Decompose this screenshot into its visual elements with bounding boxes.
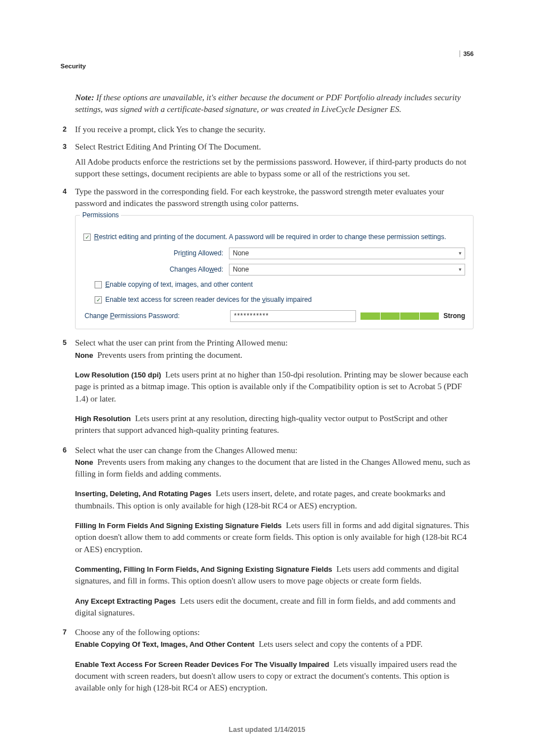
password-strength-label: Strong — [443, 311, 465, 321]
definition-term: Filling In Form Fields And Signing Exist… — [75, 521, 282, 530]
step-4: 4 Type the password in the corresponding… — [75, 186, 474, 210]
step-subtext: All Adobe products enforce the restricti… — [75, 156, 474, 180]
note-text: If these options are unavailable, it's e… — [75, 93, 461, 114]
definition-term: High Resolution — [75, 414, 131, 423]
page-footer: Last updated 1/14/2015 — [0, 726, 534, 734]
changes-allowed-select[interactable]: None ▼ — [229, 264, 465, 276]
note-label: Note: — [75, 93, 94, 102]
step-6: 6 Select what the user can change from t… — [75, 445, 474, 619]
step-text: Type the password in the corresponding f… — [75, 186, 474, 210]
change-password-label: Change Permissions Password: — [83, 311, 230, 321]
definition-term: Any Except Extracting Pages — [75, 597, 176, 605]
password-strength-meter — [360, 312, 439, 320]
enable-copy-label: Enable copying of text, images, and othe… — [105, 280, 253, 290]
strength-segment — [360, 312, 380, 320]
chevron-down-icon: ▼ — [458, 250, 462, 256]
step-number: 3 — [63, 142, 67, 152]
page-number: 356 — [460, 50, 474, 57]
step-text: Select Restrict Editing And Printing Of … — [75, 141, 474, 153]
enable-access-checkbox[interactable]: ✓ — [95, 296, 102, 304]
note-block: Note: If these options are unavailable, … — [75, 92, 474, 116]
step-number: 2 — [63, 125, 67, 135]
step-text: Select what the user can change from the… — [75, 445, 474, 456]
definition-desc: Lets users print at any resolution, dire… — [75, 414, 447, 435]
enable-access-row: ✓ Enable text access for screen reader d… — [95, 295, 465, 305]
printing-allowed-select[interactable]: None ▼ — [229, 248, 465, 259]
restrict-checkbox-row: ✓ Restrict editing and printing of the d… — [83, 232, 465, 242]
change-password-input[interactable]: *********** — [230, 310, 356, 322]
step-number: 6 — [63, 446, 67, 456]
printing-allowed-value: None — [233, 249, 249, 258]
strength-segment — [400, 312, 419, 320]
chevron-down-icon: ▼ — [458, 267, 462, 273]
definition-term: None — [75, 351, 93, 360]
definition-term: Commenting, Filling In Form Fields, And … — [75, 565, 332, 573]
permissions-dialog: Permissions ✓ Restrict editing and print… — [75, 215, 474, 329]
definition-desc: Prevents users from printing the documen… — [97, 351, 242, 360]
dialog-legend: Permissions — [80, 211, 121, 220]
changes-allowed-label: Changes Allowed: — [83, 265, 229, 274]
enable-copy-row: ✓ Enable copying of text, images, and ot… — [95, 280, 465, 290]
restrict-checkbox[interactable]: ✓ — [83, 234, 91, 241]
strength-segment — [381, 312, 400, 320]
step-number: 7 — [63, 628, 67, 638]
step-text: If you receive a prompt, click Yes to ch… — [75, 124, 474, 136]
step-2: 2 If you receive a prompt, click Yes to … — [75, 124, 474, 136]
definition-term: Inserting, Deleting, And Rotating Pages — [75, 489, 212, 498]
definition-desc: Lets users select and copy the contents … — [259, 640, 423, 648]
definition-desc: Prevents users from making any changes t… — [75, 458, 470, 478]
step-3: 3 Select Restrict Editing And Printing O… — [75, 141, 474, 180]
definition-term: Enable Text Access For Screen Reader Dev… — [75, 660, 329, 669]
printing-allowed-row: Printing Allowed: None ▼ — [83, 248, 465, 259]
strength-segment — [420, 312, 439, 320]
enable-copy-checkbox[interactable]: ✓ — [95, 281, 102, 288]
step-number: 4 — [63, 187, 67, 197]
step-text: Choose any of the following options: — [75, 627, 474, 638]
step-7: 7 Choose any of the following options: E… — [75, 627, 474, 694]
change-password-row: Change Permissions Password: ***********… — [83, 310, 465, 322]
changes-allowed-value: None — [233, 265, 249, 274]
definition-term: None — [75, 458, 93, 466]
step-5: 5 Select what the user can print from th… — [75, 337, 474, 436]
step-text: Select what the user can print from the … — [75, 337, 474, 349]
step-number: 5 — [63, 338, 67, 348]
definition-term: Enable Copying Of Text, Images, And Othe… — [75, 640, 255, 648]
section-header: Security — [60, 63, 474, 69]
changes-allowed-row: Changes Allowed: None ▼ — [83, 264, 465, 276]
restrict-label: Restrict editing and printing of the doc… — [94, 232, 446, 242]
printing-allowed-label: Printing Allowed: — [83, 249, 229, 258]
enable-access-label: Enable text access for screen reader dev… — [105, 295, 312, 305]
definition-term: Low Resolution (150 dpi) — [75, 371, 161, 379]
